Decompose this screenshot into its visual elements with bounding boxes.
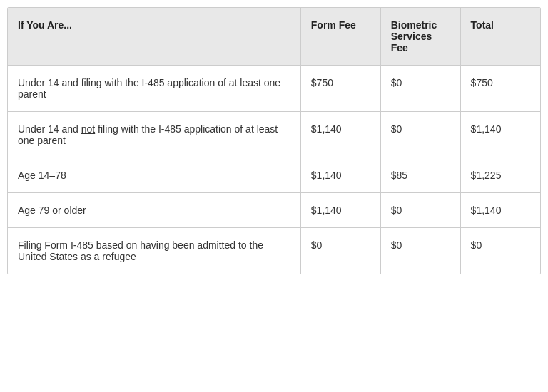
header-form-fee: Form Fee <box>300 8 380 66</box>
cell-total: $750 <box>460 66 540 112</box>
cell-total: $1,140 <box>460 193 540 228</box>
table-body: Under 14 and filing with the I-485 appli… <box>8 66 540 274</box>
table-row: Age 14–78$1,140$85$1,225 <box>8 158 540 193</box>
cell-biometric: $0 <box>380 112 460 158</box>
cell-form-fee: $1,140 <box>300 112 380 158</box>
fee-table-wrapper: If You Are... Form Fee Biometric Service… <box>7 7 541 274</box>
cell-form-fee: $1,140 <box>300 158 380 193</box>
header-condition: If You Are... <box>8 8 300 66</box>
fee-table: If You Are... Form Fee Biometric Service… <box>8 8 540 274</box>
header-total: Total <box>460 8 540 66</box>
table-row: Under 14 and not filing with the I-485 a… <box>8 112 540 158</box>
cell-total: $1,140 <box>460 112 540 158</box>
cell-form-fee: $0 <box>300 228 380 274</box>
cell-condition: Age 79 or older <box>8 193 300 228</box>
cell-total: $1,225 <box>460 158 540 193</box>
cell-condition: Under 14 and filing with the I-485 appli… <box>8 66 300 112</box>
table-header-row: If You Are... Form Fee Biometric Service… <box>8 8 540 66</box>
cell-condition: Age 14–78 <box>8 158 300 193</box>
cell-form-fee: $1,140 <box>300 193 380 228</box>
cell-biometric: $0 <box>380 66 460 112</box>
table-row: Filing Form I-485 based on having been a… <box>8 228 540 274</box>
cell-biometric: $85 <box>380 158 460 193</box>
cell-condition: Under 14 and not filing with the I-485 a… <box>8 112 300 158</box>
cell-biometric: $0 <box>380 228 460 274</box>
cell-form-fee: $750 <box>300 66 380 112</box>
cell-biometric: $0 <box>380 193 460 228</box>
table-row: Age 79 or older$1,140$0$1,140 <box>8 193 540 228</box>
cell-condition: Filing Form I-485 based on having been a… <box>8 228 300 274</box>
cell-total: $0 <box>460 228 540 274</box>
header-biometric: Biometric Services Fee <box>380 8 460 66</box>
table-row: Under 14 and filing with the I-485 appli… <box>8 66 540 112</box>
